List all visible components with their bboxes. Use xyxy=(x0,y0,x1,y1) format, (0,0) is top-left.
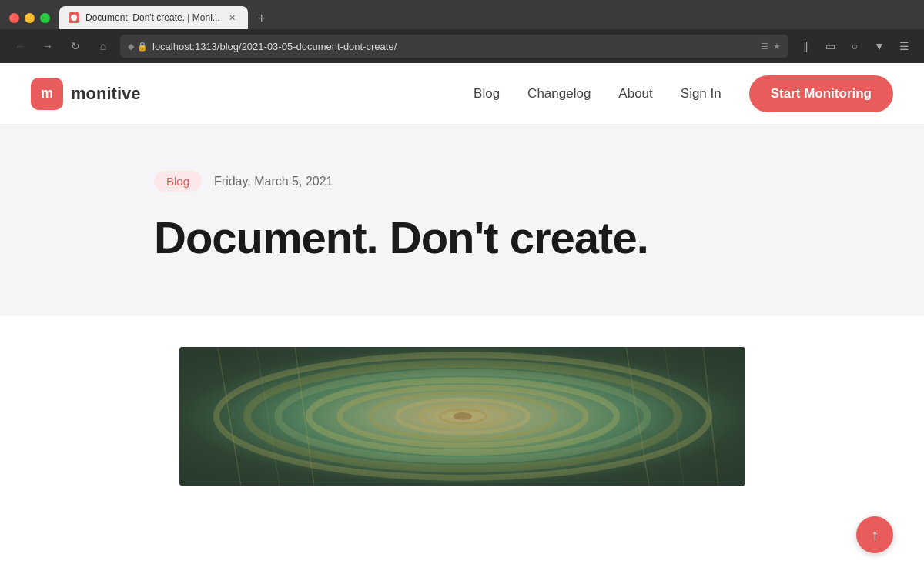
start-monitoring-button[interactable]: Start Monitoring xyxy=(749,75,893,112)
dropdown-icon[interactable]: ▼ xyxy=(869,35,890,57)
svg-rect-0 xyxy=(179,347,745,486)
address-bar-right: ☰ ★ xyxy=(761,42,781,52)
article-image xyxy=(179,347,745,486)
svg-line-12 xyxy=(218,347,241,486)
article-title: Document. Don't create. xyxy=(154,213,770,262)
reload-button[interactable]: ↻ xyxy=(65,35,86,57)
nav-link-signin[interactable]: Sign In xyxy=(681,86,721,102)
minimize-window-button[interactable] xyxy=(25,13,35,23)
lock-icon: 🔒 xyxy=(137,42,148,52)
reader-icon: ☰ xyxy=(761,42,768,52)
svg-line-14 xyxy=(295,347,314,486)
svg-point-3 xyxy=(278,372,648,460)
logo-text: monitive xyxy=(71,84,140,104)
svg-point-1 xyxy=(216,355,709,478)
window-controls xyxy=(9,13,50,23)
svg-point-4 xyxy=(309,380,617,452)
blog-meta: Blog Friday, March 5, 2021 xyxy=(154,171,770,192)
blog-date: Friday, March 5, 2021 xyxy=(214,175,333,189)
logo-icon: m xyxy=(31,78,63,110)
new-tab-button[interactable]: + xyxy=(251,8,273,29)
svg-rect-11 xyxy=(179,347,745,486)
svg-line-17 xyxy=(703,347,718,486)
close-window-button[interactable] xyxy=(9,13,19,23)
blog-tag[interactable]: Blog xyxy=(154,171,202,192)
svg-point-10 xyxy=(454,412,472,420)
menu-icon[interactable]: ☰ xyxy=(893,35,915,57)
svg-point-6 xyxy=(370,393,555,439)
nav-link-about[interactable]: About xyxy=(618,86,652,102)
svg-point-2 xyxy=(247,364,678,469)
site-nav: Blog Changelog About Sign In Start Monit… xyxy=(474,75,893,112)
scroll-to-top-button[interactable]: ↑ xyxy=(856,516,893,553)
nav-link-blog[interactable]: Blog xyxy=(474,86,500,102)
svg-point-9 xyxy=(440,409,486,423)
shield-icon: ◆ xyxy=(128,42,134,52)
svg-line-15 xyxy=(626,347,649,486)
active-tab[interactable]: Document. Don't create. | Moni... ✕ xyxy=(59,6,248,29)
title-bar: Document. Don't create. | Moni... ✕ + xyxy=(0,0,924,29)
svg-point-5 xyxy=(340,387,586,446)
hero-section: Blog Friday, March 5, 2021 Document. Don… xyxy=(0,125,924,316)
tab-favicon-icon xyxy=(69,12,79,23)
svg-line-13 xyxy=(256,347,280,486)
svg-point-8 xyxy=(420,405,505,428)
svg-point-7 xyxy=(397,399,528,433)
forward-button[interactable]: → xyxy=(37,35,59,57)
site-header: m monitive Blog Changelog About Sign In … xyxy=(0,63,924,125)
bookmark-icon: ★ xyxy=(773,42,781,52)
site-logo[interactable]: m monitive xyxy=(31,78,140,110)
spiral-image-svg xyxy=(179,347,745,486)
browser-chrome: Document. Don't create. | Moni... ✕ + ← … xyxy=(0,0,924,63)
nav-link-changelog[interactable]: Changelog xyxy=(527,86,591,102)
tab-title: Document. Don't create. | Moni... xyxy=(85,12,220,23)
address-bar-icons: ◆ 🔒 xyxy=(128,42,148,52)
home-button[interactable]: ⌂ xyxy=(92,35,114,57)
logo-icon-letter: m xyxy=(41,85,53,102)
address-text: localhost:1313/blog/2021-03-05-document-… xyxy=(152,41,756,52)
tab-bar: Document. Don't create. | Moni... ✕ + xyxy=(59,6,915,29)
website-content: m monitive Blog Changelog About Sign In … xyxy=(0,63,924,486)
svg-line-16 xyxy=(665,347,684,486)
browser-right-icons: ‖ ▭ ○ ▼ ☰ xyxy=(795,35,915,57)
bookmarks-icon[interactable]: ‖ xyxy=(795,35,816,57)
tab-close-button[interactable]: ✕ xyxy=(226,12,239,24)
content-section xyxy=(0,316,924,486)
back-button[interactable]: ← xyxy=(9,35,31,57)
tab-view-icon[interactable]: ▭ xyxy=(819,35,841,57)
address-bar[interactable]: ◆ 🔒 localhost:1313/blog/2021-03-05-docum… xyxy=(120,35,788,58)
browser-nav-bar: ← → ↻ ⌂ ◆ 🔒 localhost:1313/blog/2021-03-… xyxy=(0,29,924,63)
maximize-window-button[interactable] xyxy=(40,13,50,23)
profile-icon[interactable]: ○ xyxy=(844,35,865,57)
